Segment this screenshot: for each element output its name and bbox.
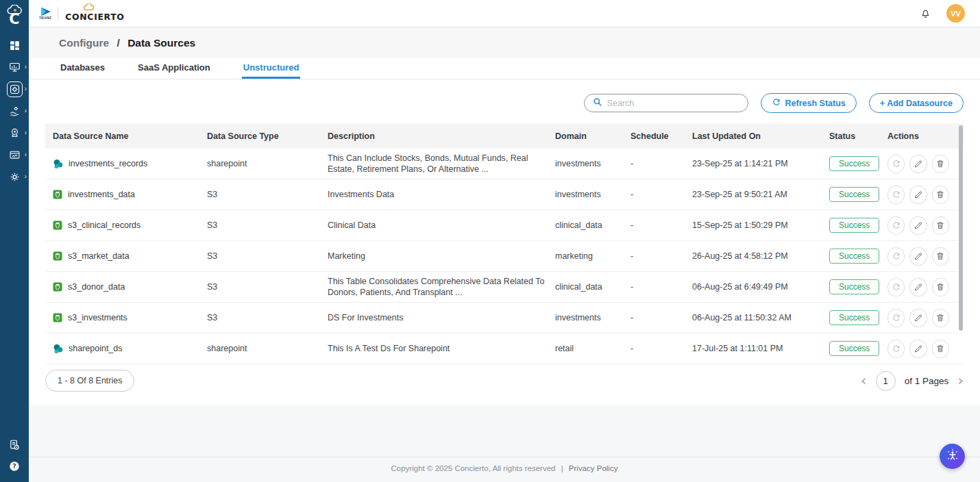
table-row[interactable]: investments_records sharepoint This Can …	[45, 149, 964, 179]
status-badge: Success	[829, 279, 879, 294]
datasource-description: Clinical Data	[328, 220, 555, 231]
table-scrollbar[interactable]	[959, 125, 963, 331]
status-badge: Success	[829, 156, 879, 171]
sync-datasource-button[interactable]	[887, 340, 905, 358]
add-datasource-button[interactable]: + Add Datasource	[869, 93, 964, 113]
sync-datasource-button[interactable]	[887, 247, 905, 266]
delete-datasource-button[interactable]	[932, 247, 949, 266]
privacy-policy-link[interactable]: Privacy Policy	[569, 464, 618, 472]
table-row[interactable]: investments_data S3 Investments Data inv…	[45, 179, 964, 210]
datasource-last-updated: 06-Aug-25 at 6:49:49 PM	[692, 282, 829, 292]
table-row[interactable]: s3_investments S3 DS For Investments inv…	[45, 303, 964, 333]
sidebar-nav: › › › ›	[0, 38, 29, 184]
sync-datasource-button[interactable]	[887, 309, 905, 327]
actions-cell	[887, 340, 956, 358]
sidebar-item-dashboard[interactable]	[0, 38, 29, 53]
refresh-icon	[772, 97, 781, 109]
page-title: Data Sources	[127, 37, 195, 49]
sync-datasource-button[interactable]	[887, 216, 905, 235]
release-notes-icon[interactable]	[8, 439, 21, 451]
edit-datasource-button[interactable]	[909, 186, 927, 204]
table-row[interactable]: s3_clinical_records S3 Clinical Data cli…	[45, 210, 964, 241]
datasource-name-cell: investments_data	[53, 190, 207, 199]
table-header: Data Source Name Data Source Type Descri…	[45, 123, 964, 149]
prev-page-icon[interactable]: ‹	[861, 373, 867, 388]
sidebar-bottom: ?	[8, 439, 21, 472]
column-header-type: Data Source Type	[207, 131, 328, 141]
accessibility-widget-button[interactable]	[940, 444, 965, 469]
search-icon	[593, 97, 602, 110]
sidebar-item-analytics[interactable]: ›	[0, 60, 29, 75]
datasource-schedule: -	[630, 159, 692, 168]
datasource-name: sharepoint_ds	[69, 344, 123, 353]
delete-datasource-button[interactable]	[932, 155, 949, 173]
datasource-last-updated: 06-Aug-25 at 11:50:32 AM	[692, 313, 829, 322]
sidebar-item-monitoring[interactable]: ›	[0, 125, 29, 140]
sync-datasource-button[interactable]	[887, 155, 905, 173]
table-row[interactable]: s3_market_data S3 Marketing marketing - …	[45, 241, 964, 272]
delete-datasource-button[interactable]	[932, 216, 949, 235]
chevron-right-icon: ›	[25, 151, 27, 158]
sidebar-item-data-sources[interactable]: ›	[0, 81, 29, 97]
help-icon[interactable]: ?	[8, 460, 21, 472]
datasource-last-updated: 23-Sep-25 at 1:14:21 PM	[692, 159, 829, 168]
current-page-button[interactable]: 1	[876, 371, 896, 391]
s3-icon	[53, 190, 62, 199]
datasource-description: Investments Data	[328, 189, 555, 200]
datasource-type: S3	[207, 313, 328, 322]
edit-datasource-button[interactable]	[909, 340, 927, 358]
sync-datasource-button[interactable]	[887, 278, 905, 296]
s3-icon	[53, 282, 62, 292]
footer: Copyright © 2025 Concierto, All rights r…	[29, 457, 980, 482]
analytics-monitor-icon	[9, 62, 21, 73]
sidebar-item-services[interactable]: ›	[0, 103, 29, 118]
datasource-schedule: -	[630, 344, 692, 353]
datasource-type: sharepoint	[207, 344, 328, 353]
actions-cell	[887, 247, 956, 266]
user-avatar[interactable]: VV	[946, 4, 965, 23]
actions-cell	[887, 186, 956, 204]
actions-cell	[887, 309, 956, 327]
tab-unstructured[interactable]: Unstructured	[242, 58, 301, 79]
delete-datasource-button[interactable]	[932, 309, 949, 327]
table-row[interactable]: sharepoint_ds sharepoint This Is A Test …	[45, 333, 964, 364]
datasource-last-updated: 26-Aug-25 at 4:58:12 PM	[692, 251, 829, 261]
actions-cell	[887, 216, 956, 235]
delete-datasource-button[interactable]	[932, 340, 949, 358]
refresh-status-button[interactable]: Refresh Status	[761, 93, 857, 113]
datasource-schedule: -	[630, 282, 692, 292]
tab-saas-application[interactable]: SaaS Application	[136, 58, 212, 79]
hand-gear-icon	[9, 105, 21, 117]
edit-datasource-button[interactable]	[909, 309, 927, 327]
sidebar-item-applications[interactable]: ›	[0, 147, 29, 162]
datasource-domain: clinical_data	[555, 220, 630, 230]
datasource-domain: investments	[555, 190, 630, 199]
datasource-type: S3	[207, 282, 328, 292]
datasource-description: DS For Investments	[328, 312, 555, 323]
next-page-icon[interactable]: ›	[957, 373, 964, 388]
sync-datasource-button[interactable]	[887, 186, 905, 204]
delete-datasource-button[interactable]	[932, 186, 949, 204]
edit-datasource-button[interactable]	[909, 155, 927, 173]
status-badge: Success	[829, 218, 879, 233]
sidebar-item-settings[interactable]: ›	[0, 169, 29, 184]
table-row[interactable]: s3_donor_data S3 This Table Consolidates…	[45, 272, 964, 303]
datasource-last-updated: 17-Jul-25 at 1:11:01 PM	[692, 344, 829, 353]
edit-datasource-button[interactable]	[909, 278, 927, 296]
sharepoint-icon	[53, 159, 63, 169]
edit-datasource-button[interactable]	[909, 247, 927, 266]
search-input[interactable]	[607, 99, 739, 108]
datasource-schedule: -	[630, 220, 692, 230]
logo-divider	[58, 7, 58, 21]
notifications-bell-icon[interactable]	[920, 7, 931, 20]
tab-databases[interactable]: Databases	[59, 58, 106, 79]
edit-datasource-button[interactable]	[909, 216, 927, 235]
datasource-last-updated: 15-Sep-25 at 1:50:29 PM	[692, 220, 829, 230]
breadcrumb-section[interactable]: Configure	[59, 37, 109, 49]
delete-datasource-button[interactable]	[932, 278, 949, 296]
status-cell: Success	[829, 218, 887, 233]
s3-icon	[53, 313, 62, 322]
trianz-logo: TRIANZ	[39, 7, 51, 21]
datasource-name: s3_donor_data	[68, 282, 125, 292]
search-box[interactable]	[584, 94, 748, 112]
